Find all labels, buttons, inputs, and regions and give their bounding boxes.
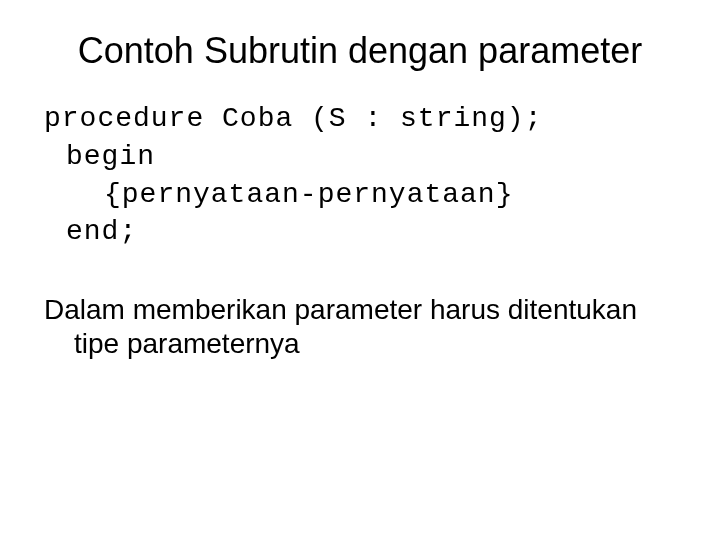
code-line-2: begin: [44, 138, 680, 176]
body-line-1: Dalam memberikan parameter harus ditentu…: [44, 294, 637, 325]
code-block: procedure Coba (S : string); begin {pern…: [44, 100, 680, 251]
code-line-4: end;: [44, 213, 680, 251]
slide-title: Contoh Subrutin dengan parameter: [40, 30, 680, 72]
code-line-3: {pernyataan-pernyataan}: [44, 176, 680, 214]
code-line-1: procedure Coba (S : string);: [44, 100, 680, 138]
body-text: Dalam memberikan parameter harus ditentu…: [44, 293, 680, 360]
slide: Contoh Subrutin dengan parameter procedu…: [0, 0, 720, 540]
body-line-2: tipe parameternya: [44, 327, 680, 361]
